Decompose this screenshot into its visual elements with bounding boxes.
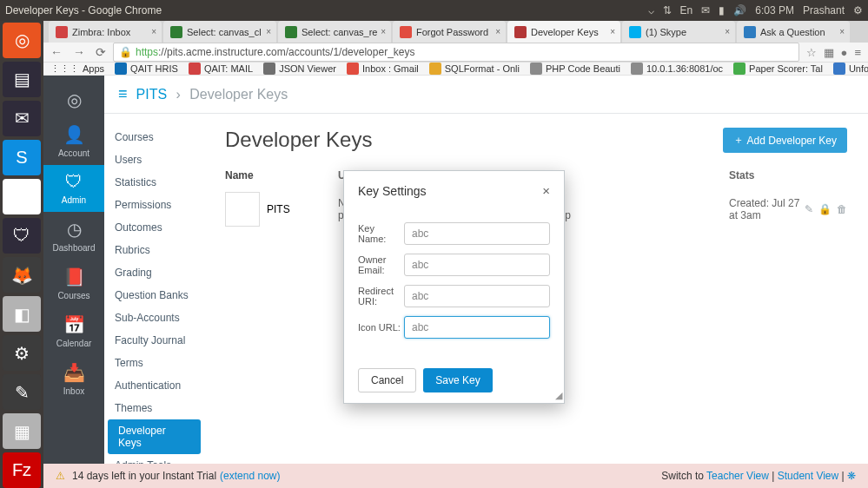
teacher-view-link[interactable]: Teacher View	[706, 470, 769, 482]
tab-label: Ask a Question	[760, 27, 825, 37]
input-owner-email[interactable]	[404, 254, 550, 276]
bookmark[interactable]: SQLFormat - Onli	[429, 63, 520, 75]
close-icon[interactable]: ×	[725, 27, 730, 36]
trash-icon[interactable]: 🗑	[837, 203, 847, 215]
browser-tab[interactable]: Forgot Password×	[393, 21, 506, 43]
bookmark[interactable]: QAIT HRIS	[115, 63, 178, 75]
network-icon[interactable]: ⇅	[663, 4, 672, 16]
bookmark[interactable]: Inbox : Gmail	[347, 63, 419, 75]
close-icon[interactable]: ×	[610, 27, 615, 36]
sound-icon[interactable]: 🔊	[733, 4, 746, 16]
close-icon[interactable]: ×	[266, 27, 271, 36]
input-icon-url[interactable]	[404, 316, 550, 339]
gear-icon[interactable]: ⚙	[853, 4, 863, 16]
lang-indicator[interactable]: En	[680, 4, 693, 16]
nav-developer-keys[interactable]: Developer Keys	[108, 419, 201, 454]
bookmark[interactable]: 10.0.1.36:8081/oc	[631, 63, 723, 75]
rail-calendar[interactable]: 📅Calendar	[43, 307, 104, 355]
messages-icon[interactable]: ✉	[701, 4, 710, 16]
rail-courses[interactable]: 📕Courses	[43, 260, 104, 307]
star-icon[interactable]: ☆	[806, 46, 817, 59]
thunderbird-icon[interactable]: ✉	[3, 101, 41, 136]
close-icon[interactable]: ×	[839, 27, 845, 36]
bookmark[interactable]: Unformatted API	[833, 63, 868, 75]
edit-icon[interactable]: ✎	[805, 203, 813, 215]
user-menu[interactable]: Prashant	[803, 4, 845, 16]
bookmark[interactable]: JSON Viewer	[263, 63, 336, 75]
back-icon[interactable]: ←	[50, 45, 63, 59]
rail-inbox[interactable]: 📥Inbox	[43, 355, 104, 403]
bookmarks-bar: ⋮⋮⋮Apps QAIT HRIS QAIT: MAIL JSON Viewer…	[43, 63, 868, 76]
panel-indicators: ⌵ ⇅ En ✉ ▮ 🔊 6:03 PM Prashant ⚙	[648, 4, 863, 16]
close-icon[interactable]: ×	[151, 27, 156, 36]
browser-tab[interactable]: Select: canvas_re×	[278, 21, 391, 43]
app-icon-2[interactable]: ✎	[3, 374, 41, 410]
rail-account[interactable]: 👤Account	[43, 117, 104, 165]
close-icon[interactable]: ×	[542, 183, 550, 198]
cancel-button[interactable]: Cancel	[358, 368, 416, 392]
app-icon-1[interactable]: ◧	[3, 296, 41, 332]
bookmark[interactable]: QAIT: MAIL	[189, 63, 253, 75]
forward-icon[interactable]: →	[73, 45, 85, 59]
close-icon[interactable]: ×	[495, 27, 500, 36]
rail-dashboard[interactable]: ◷Dashboard	[43, 212, 104, 260]
save-key-button[interactable]: Save Key	[423, 368, 492, 392]
skype-icon[interactable]: S	[3, 140, 41, 175]
input-key-name[interactable]	[404, 222, 550, 245]
browser-tab[interactable]: Zimbra: Inbox×	[49, 21, 162, 43]
hamburger-icon[interactable]: ≡	[118, 85, 128, 103]
ext-icon[interactable]: ●	[841, 46, 848, 59]
nav-sub-accounts[interactable]: Sub-Accounts	[104, 307, 204, 329]
key-settings-modal: Key Settings × Key Name: Owner Email: Re…	[343, 170, 565, 404]
help-icon[interactable]: ❋	[847, 470, 856, 482]
apps-button[interactable]: ⋮⋮⋮Apps	[50, 63, 104, 75]
row-actions: ✎ 🔒 🗑	[805, 203, 847, 215]
bookmark[interactable]: Paper Scorer: Tal	[733, 63, 823, 75]
chrome-icon[interactable]: ◉	[3, 179, 41, 214]
address-bar[interactable]: 🔒 https://pits.acme.instructure.com/acco…	[113, 43, 799, 62]
nav-outcomes[interactable]: Outcomes	[104, 216, 204, 239]
browser-tab[interactable]: (1) Skype×	[622, 21, 735, 43]
settings-icon[interactable]: ⚙	[3, 335, 41, 371]
view-switcher: Switch to Teacher View | Student View | …	[661, 470, 856, 482]
nav-grading[interactable]: Grading	[104, 261, 204, 284]
nav-authentication[interactable]: Authentication	[104, 374, 204, 397]
battery-icon[interactable]: ▮	[719, 4, 725, 16]
nav-question-banks[interactable]: Question Banks	[104, 284, 204, 307]
filezilla-icon[interactable]: Fz	[3, 452, 41, 488]
unity-launcher: ◎ ▤ ✉ S ◉ 🛡 🦊 ◧ ⚙ ✎ ▦ Fz	[0, 21, 43, 488]
bluetooth-icon[interactable]: ⌵	[648, 4, 654, 16]
browser-tab[interactable]: Select: canvas_cl×	[163, 21, 276, 43]
nav-themes[interactable]: Themes	[104, 397, 204, 419]
rail-logo[interactable]: ◎	[43, 82, 104, 117]
reload-icon[interactable]: ⟳	[96, 45, 106, 59]
lock-icon[interactable]: 🔒	[818, 203, 832, 215]
shield-icon[interactable]: 🛡	[3, 218, 41, 254]
tab-label: Select: canvas_re	[301, 27, 377, 37]
nav-rubrics[interactable]: Rubrics	[104, 239, 204, 261]
input-redirect-uri[interactable]	[404, 285, 550, 307]
nav-permissions[interactable]: Permissions	[104, 194, 204, 216]
bookmark[interactable]: PHP Code Beauti	[530, 63, 620, 75]
close-icon[interactable]: ×	[381, 27, 386, 36]
files-icon[interactable]: ▤	[3, 62, 41, 97]
browser-tab[interactable]: Ask a Question×	[737, 21, 850, 43]
nav-courses[interactable]: Courses	[104, 126, 204, 148]
nav-terms[interactable]: Terms	[104, 352, 204, 374]
nav-statistics[interactable]: Statistics	[104, 171, 204, 194]
crumb-root[interactable]: PITS	[136, 87, 168, 102]
firefox-icon[interactable]: 🦊	[3, 257, 41, 293]
app-icon-3[interactable]: ▦	[3, 413, 41, 449]
student-view-link[interactable]: Student View	[778, 470, 839, 482]
resize-grip-icon[interactable]: ◢	[555, 390, 562, 401]
nav-users[interactable]: Users	[104, 148, 204, 171]
add-developer-key-button[interactable]: ＋ Add Developer Key	[723, 128, 847, 153]
extend-link[interactable]: (extend now)	[220, 470, 280, 482]
apps-icon[interactable]: ▦	[824, 46, 834, 59]
menu-icon[interactable]: ≡	[854, 46, 861, 59]
browser-tab-active[interactable]: Developer Keys×	[507, 21, 620, 43]
clock[interactable]: 6:03 PM	[755, 4, 794, 16]
dash-icon[interactable]: ◎	[3, 23, 41, 58]
nav-faculty-journal[interactable]: Faculty Journal	[104, 329, 204, 352]
rail-admin[interactable]: 🛡Admin	[43, 165, 104, 212]
